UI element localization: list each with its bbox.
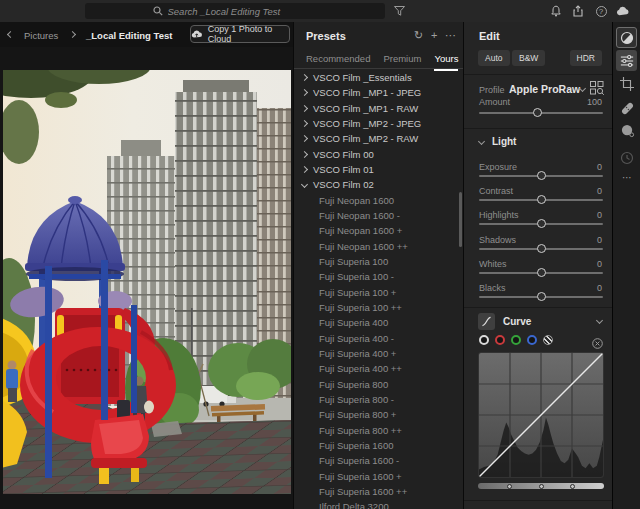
preset-item-label: Fuji Superia 1600 ++ — [319, 486, 407, 497]
curve-tool-button[interactable] — [478, 313, 495, 330]
channel-red-icon[interactable] — [495, 335, 505, 345]
preset-item[interactable]: Fuji Superia 800 ++ — [294, 423, 463, 438]
share-icon[interactable] — [571, 4, 585, 18]
preset-group[interactable]: VSCO Film _MP1 - JPEG — [294, 85, 463, 100]
preset-item[interactable]: Fuji Superia 800 — [294, 377, 463, 392]
profile-value[interactable]: Apple ProRaw — [509, 83, 580, 95]
preset-item-label: Fuji Superia 1600 — [319, 440, 393, 451]
filter-icon[interactable] — [392, 4, 406, 18]
channel-point-icon[interactable] — [543, 335, 553, 345]
tone-range-handle[interactable] — [570, 484, 575, 489]
healing-tool-button[interactable] — [619, 100, 635, 116]
amount-slider-knob[interactable] — [533, 108, 542, 117]
preset-item[interactable]: Fuji Superia 400 — [294, 315, 463, 330]
slider-track[interactable] — [479, 175, 603, 177]
slider-knob[interactable] — [537, 244, 546, 253]
preset-item[interactable]: Fuji Neopan 1600 — [294, 193, 463, 208]
preset-item[interactable]: Fuji Superia 1600 — [294, 438, 463, 453]
slider-track[interactable] — [479, 296, 603, 298]
preset-item[interactable]: Fuji Neopan 1600 - — [294, 208, 463, 223]
auto-button[interactable]: Auto — [478, 50, 510, 66]
tone-range-handle[interactable] — [507, 484, 512, 489]
edit-tool-button[interactable] — [616, 27, 637, 48]
slider-track[interactable] — [479, 272, 603, 274]
preset-add-icon[interactable]: + — [431, 28, 437, 42]
slider-track[interactable] — [479, 248, 603, 250]
preset-group-label: VSCO Film 00 — [313, 149, 374, 160]
curve-icon — [480, 315, 493, 328]
light-section-header[interactable]: Light — [479, 136, 516, 147]
tone-range-bar[interactable] — [478, 483, 604, 489]
edit-divider — [464, 307, 612, 308]
preset-item[interactable]: Fuji Neopan 1600 + — [294, 223, 463, 238]
slider-label: Exposure — [479, 162, 517, 172]
channel-green-icon[interactable] — [511, 335, 521, 345]
channel-all-icon[interactable] — [479, 335, 489, 345]
slider-label: Highlights — [479, 210, 519, 220]
preset-item[interactable]: Fuji Superia 400 + — [294, 346, 463, 361]
preset-item[interactable]: Fuji Superia 1600 - — [294, 453, 463, 468]
search-input[interactable] — [168, 6, 318, 17]
preset-item[interactable]: Fuji Superia 100 ++ — [294, 300, 463, 315]
preset-item-label: Fuji Superia 100 - — [319, 271, 394, 282]
history-button[interactable] — [619, 150, 635, 166]
preset-item[interactable]: Ilford Delta 3200 — [294, 499, 463, 509]
preset-item[interactable]: Fuji Superia 1600 ++ — [294, 484, 463, 499]
preset-group[interactable]: VSCO Film 01 — [294, 162, 463, 177]
copy-to-cloud-button[interactable]: Copy 1 Photo to Cloud — [190, 25, 290, 43]
photo-canvas[interactable] — [3, 70, 291, 494]
curve-title: Curve — [503, 316, 531, 327]
slider-knob[interactable] — [537, 171, 546, 180]
preset-sync-icon[interactable]: ↻ — [414, 28, 423, 42]
preset-more-icon[interactable]: ⋯ — [445, 28, 456, 42]
preset-item-label: Fuji Superia 100 ++ — [319, 302, 402, 313]
slider-knob[interactable] — [537, 292, 546, 301]
history-clock-icon — [620, 151, 634, 165]
preset-item[interactable]: Fuji Superia 1600 + — [294, 469, 463, 484]
slider-knob[interactable] — [537, 195, 546, 204]
preset-group[interactable]: VSCO Film _Essentials — [294, 70, 463, 85]
amount-slider-track[interactable] — [479, 112, 603, 114]
hdr-button[interactable]: HDR — [570, 50, 602, 66]
preset-group[interactable]: VSCO Film _MP1 - RAW — [294, 101, 463, 116]
back-chevron-icon[interactable] — [7, 31, 14, 38]
crop-tool-button[interactable] — [619, 76, 635, 92]
more-tools-button[interactable]: ⋯ — [613, 172, 640, 183]
preset-item[interactable]: Fuji Superia 100 + — [294, 285, 463, 300]
preset-item[interactable]: Fuji Superia 100 — [294, 254, 463, 269]
cloud-sync-icon[interactable] — [616, 4, 630, 18]
breadcrumb-folder[interactable]: Pictures — [24, 30, 58, 41]
presets-scrollbar[interactable] — [459, 192, 462, 247]
preset-group[interactable]: VSCO Film _MP2 - RAW — [294, 131, 463, 146]
slider-track[interactable] — [479, 199, 603, 201]
presets-divider — [294, 68, 463, 69]
breadcrumb-current: _Local Editing Test — [86, 30, 172, 41]
preset-item[interactable]: Fuji Superia 100 - — [294, 269, 463, 284]
tone-curve-graph[interactable] — [478, 352, 604, 478]
channel-blue-icon[interactable] — [527, 335, 537, 345]
preset-item[interactable]: Fuji Superia 800 - — [294, 392, 463, 407]
preset-group[interactable]: VSCO Film 02 — [294, 177, 463, 192]
chevron-icon — [301, 166, 308, 173]
masking-tool-button[interactable] — [619, 122, 635, 138]
preset-group[interactable]: VSCO Film _MP2 - JPEG — [294, 116, 463, 131]
preset-item[interactable]: Fuji Superia 400 - — [294, 331, 463, 346]
slider-knob[interactable] — [537, 268, 546, 277]
curve-reset-icon[interactable] — [592, 335, 603, 353]
curve-chevron-icon[interactable] — [596, 317, 603, 324]
bell-icon[interactable] — [549, 4, 563, 18]
preset-item[interactable]: Fuji Neopan 1600 ++ — [294, 239, 463, 254]
presets-title: Presets — [306, 30, 346, 42]
preset-item[interactable]: Fuji Superia 800 + — [294, 407, 463, 422]
preset-item-label: Fuji Superia 400 ++ — [319, 363, 402, 374]
search-box[interactable] — [85, 3, 385, 19]
preset-group[interactable]: VSCO Film 00 — [294, 147, 463, 162]
bw-button[interactable]: B&W — [512, 50, 545, 66]
light-panel-button[interactable] — [616, 50, 637, 71]
tone-range-handle[interactable] — [539, 484, 544, 489]
preset-item[interactable]: Fuji Superia 400 ++ — [294, 361, 463, 376]
edit-divider — [464, 500, 612, 501]
slider-track[interactable] — [479, 223, 603, 225]
slider-knob[interactable] — [537, 219, 546, 228]
help-icon[interactable]: ? — [594, 4, 608, 18]
